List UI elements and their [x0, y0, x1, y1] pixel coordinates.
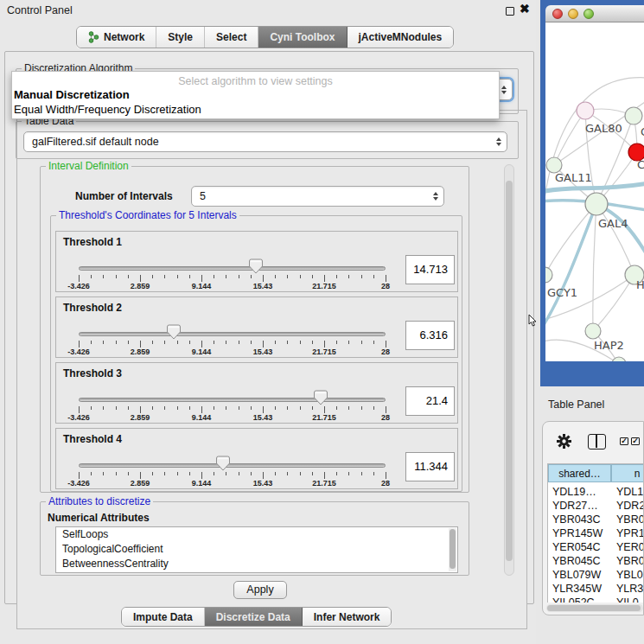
tab-discretize-data[interactable]: Discretize Data [205, 608, 303, 626]
top-tabstrip: NetworkStyleSelectCyni ToolboxjActiveMNo… [76, 26, 454, 48]
tab-select[interactable]: Select [205, 27, 258, 48]
thresholds-group: Threshold's Coordinates for 5 Intervals … [50, 215, 462, 492]
minimize-traffic-light-icon[interactable] [568, 9, 578, 19]
cell-shared-name: YIL052C [552, 596, 595, 603]
tab-label: Infer Network [314, 611, 380, 623]
tab-cyni-toolbox[interactable]: Cyni Toolbox [258, 27, 347, 48]
number-of-intervals-combo[interactable]: 5 [191, 186, 444, 207]
column-visibility-icon[interactable] [588, 434, 606, 450]
tab-style[interactable]: Style [156, 27, 205, 48]
tab-infer-network[interactable]: Infer Network [303, 608, 392, 626]
threshold-value-field[interactable]: 11.344 [405, 452, 455, 481]
number-of-intervals-label: Number of Intervals [75, 190, 173, 202]
network-node[interactable] [625, 107, 642, 124]
algorithm-option[interactable]: Manual Discretization [12, 87, 499, 102]
table-row[interactable]: YBL079WYBL0 [548, 569, 644, 583]
table-row[interactable]: YER054CYER0 [548, 541, 644, 555]
node-label: G [641, 125, 644, 138]
tab-network[interactable]: Network [77, 27, 156, 48]
column-header-name[interactable]: n [611, 464, 644, 482]
slider-tick-labels: -3.4262.8599.14415.4321.71528 [79, 348, 386, 357]
node-label: GAL11 [555, 171, 592, 184]
checkbox-checked-icon[interactable]: ✓ [620, 437, 628, 445]
cell-shared-name: YER054C [552, 541, 601, 553]
table-row[interactable]: YDL19…YDL1 [548, 486, 644, 500]
close-icon[interactable]: ✖ [520, 2, 530, 16]
slider-tick-labels: -3.4262.8599.14415.4321.71528 [79, 282, 386, 291]
node-label: C [637, 158, 644, 171]
network-view-window: GAL80GCGAL11GAL4GCY1HHAP2 [540, 0, 644, 386]
slider-thumb[interactable] [249, 258, 263, 274]
cell-shared-name: YBR043C [552, 513, 601, 526]
control-panel: Control Panel ✖ NetworkStyleSelectCyni T… [0, 0, 536, 644]
network-edge [545, 208, 595, 330]
network-node[interactable] [612, 357, 626, 361]
attribute-item[interactable]: TopologicalCoefficient [56, 542, 457, 557]
bottom-tabstrip: Impute DataDiscretize DataInfer Network [121, 607, 392, 627]
interval-definition-label: Interval Definition [46, 160, 131, 172]
network-canvas[interactable]: GAL80GCGAL11GAL4GCY1HHAP2 [545, 22, 644, 361]
table-data-combo-value: galFiltered.sif default node [32, 136, 159, 148]
slider-track[interactable] [79, 398, 386, 402]
cell-name: YDR2 [616, 500, 644, 512]
network-node[interactable] [585, 323, 601, 339]
threshold-label: Threshold 2 [63, 302, 122, 314]
algorithm-option[interactable]: Equal Width/Frequency Discretization [12, 102, 499, 117]
attribute-item[interactable]: BetweennessCentrality [56, 557, 457, 571]
mouse-cursor [528, 315, 538, 328]
table-row[interactable]: YPR145WYPR1 [548, 527, 644, 541]
threshold-label: Threshold 4 [63, 433, 122, 445]
apply-button[interactable]: Apply [233, 581, 287, 599]
network-graph: GAL80GCGAL11GAL4GCY1HHAP2 [545, 22, 644, 361]
network-window-titlebar[interactable] [545, 5, 644, 22]
algorithm-hint-item[interactable]: Select algorithm to view settings [12, 72, 499, 87]
panel-vertical-scrollbar[interactable] [504, 164, 514, 576]
network-node[interactable] [545, 267, 552, 283]
table-data-combo[interactable]: galFiltered.sif default node [23, 131, 507, 152]
thresholds-group-label: Threshold's Coordinates for 5 Intervals [56, 209, 239, 221]
table-data-group: Table Data galFiltered.sif default node [16, 121, 519, 159]
slider-track[interactable] [79, 463, 386, 468]
cell-name: YLR3 [616, 583, 643, 595]
column-header-shared-name[interactable]: shared… [548, 464, 611, 482]
control-panel-titlebar: Control Panel ✖ [0, 0, 536, 21]
node-label: H [636, 278, 644, 291]
table-row[interactable]: YBR045CYBR0 [548, 555, 644, 569]
table-row[interactable]: YIL052CYIL0 [548, 596, 644, 603]
table-row[interactable]: YBR043CYBR0 [548, 513, 644, 527]
numerical-attributes-list[interactable]: SelfLoopsTopologicalCoefficientBetweenne… [55, 526, 458, 573]
table-row[interactable]: YLR345WYLR3 [548, 583, 644, 596]
table-row[interactable]: YDR27…YDR2 [548, 500, 644, 513]
cell-name: YBR0 [616, 513, 644, 526]
network-edge [545, 204, 596, 275]
threshold-value-field[interactable]: 6.316 [405, 321, 455, 350]
slider-track[interactable] [79, 332, 386, 336]
slider-tick-labels: -3.4262.8599.14415.4321.71528 [79, 479, 386, 488]
attribute-item[interactable]: SelfLoops [56, 527, 457, 542]
attributes-scrollbar[interactable] [449, 528, 456, 571]
table-horizontal-scrollbar[interactable] [546, 604, 643, 612]
network-node[interactable] [585, 193, 608, 215]
float-window-icon[interactable] [506, 7, 514, 16]
threshold-value-field[interactable]: 14.713 [405, 255, 455, 284]
tab-label: Style [168, 31, 193, 43]
zoom-traffic-light-icon[interactable] [583, 9, 594, 19]
close-traffic-light-icon[interactable] [552, 9, 563, 19]
threshold-panel: Threshold 2-3.4262.8599.14415.4321.71528… [55, 296, 458, 358]
slider-thumb[interactable] [314, 390, 328, 405]
gear-icon[interactable] [557, 434, 571, 449]
tab-jactivemnodules[interactable]: jActiveMNodules [348, 27, 454, 48]
node-label: GAL80 [585, 122, 622, 135]
panel-title: Control Panel [7, 4, 73, 16]
slider-track[interactable] [79, 266, 386, 271]
tab-label: Discretize Data [216, 611, 290, 623]
slider-ticks [79, 472, 386, 479]
tab-impute-data[interactable]: Impute Data [122, 608, 205, 626]
slider-thumb[interactable] [167, 324, 181, 340]
attributes-group-label: Attributes to discretize [46, 495, 153, 507]
table-toolbar: ✓ ✓ [543, 422, 644, 460]
checkbox-checked-icon[interactable]: ✓ [631, 437, 640, 445]
network-node[interactable] [577, 102, 594, 119]
slider-thumb[interactable] [216, 456, 230, 471]
threshold-value-field[interactable]: 21.4 [405, 386, 455, 416]
